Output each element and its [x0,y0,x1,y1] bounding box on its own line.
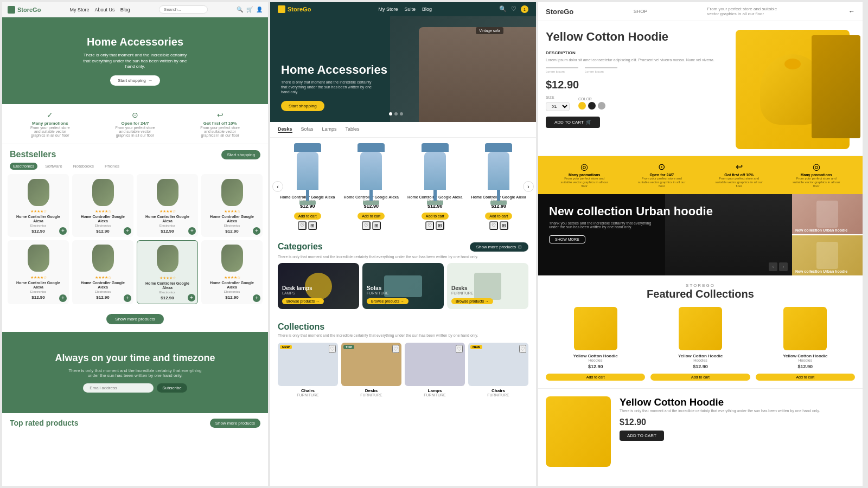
mid-header: StoreGo My Store Suite Blog 🔍 ♡ 1 [270,2,536,16]
add-to-cart-button[interactable]: + [59,294,67,302]
browse-button[interactable]: Browse products → [282,298,324,304]
hero-dots [389,112,403,115]
product-image [216,177,248,207]
right-header: StoreGo SHOP From your perfect store and… [538,2,863,21]
urban-show-more-button[interactable]: SHOW MORE [549,235,585,243]
top-rated-show-more[interactable]: Show more products [210,419,260,428]
wishlist-btn[interactable]: ♡ [362,221,371,230]
show-more-categories-button[interactable]: Show more products ⊞ [470,242,528,252]
color-swatch-yellow[interactable] [578,102,586,110]
carousel-prev-button[interactable]: ‹ [272,181,283,192]
list-item: Home Controller Google Alexa Electronics… [469,143,529,230]
bottom-product-detail: Yellow Cotton Hoodie There is only that … [538,388,863,474]
add-to-cart-button[interactable]: + [253,227,260,235]
top-badge: TOP [343,345,354,349]
hero-title: Home Accessories [81,36,189,48]
tab-desks[interactable]: Desks [278,126,292,133]
bottom-add-to-cart-button[interactable]: ADD TO CART [620,431,664,441]
color-label: COLOR [578,97,605,101]
product-name: Home Controller Google Alexa [205,281,259,290]
add-to-cart-button[interactable]: + [188,294,195,301]
product-name: Home Controller Google Alexa [141,281,194,291]
add-to-cart-button[interactable]: + [59,227,67,235]
tab-sofas[interactable]: Sofas [301,126,314,133]
wishlist-btn[interactable]: ♡ [489,221,498,230]
add-to-cart-button[interactable]: + [124,227,131,235]
bottom-hoodie-image [546,396,611,467]
tab-notebooks[interactable]: Notebooks [70,163,97,170]
featured-add-button[interactable]: Add to cart [756,374,855,381]
subscribe-button[interactable]: Subscribe [157,383,187,393]
back-icon[interactable]: ← [848,8,855,15]
add-to-cart-large-button[interactable]: ADD TO CART 🛒 [546,117,600,128]
product-stars: ★★★★☆ [75,209,130,214]
featured-add-button[interactable]: Add to cart [546,374,645,381]
show-more-button[interactable]: Show more products [106,314,163,324]
mid-hero-button[interactable]: Start shopping [281,101,324,111]
left-logo: StoreGo [8,6,41,14]
mid-search-icon[interactable]: 🔍 [499,5,507,13]
wishlist-btn[interactable]: ♡ [425,221,434,230]
wishlist-button[interactable]: ♡ [392,345,399,353]
nav-about[interactable]: About Us [95,7,115,12]
collection-category: FURNITURE [468,393,528,397]
promo-item-3: ↩ Got first off 10% From your perfect st… [714,162,763,189]
urban-title: New collection Urban hoodie [549,205,781,218]
carousel-next-button[interactable]: › [523,181,534,192]
featured-add-button[interactable]: Add to cart [650,374,750,381]
compare-btn[interactable]: ⊞ [436,221,444,230]
compare-btn[interactable]: ⊞ [308,221,317,230]
product-category: Electronics [141,291,194,294]
collection-category: FURNITURE [278,393,338,397]
tab-tables[interactable]: Tables [346,126,360,133]
size-select[interactable]: XL [546,102,570,111]
left-search-input[interactable] [159,5,208,14]
left-panel: StoreGo My Store About Us Blog 🔍 🛒 👤 Hom… [2,2,268,486]
promo-title-4: Many promotions [792,173,841,177]
mid-wishlist-icon[interactable]: ♡ [511,5,516,13]
wishlist-button[interactable]: ♡ [519,345,526,353]
browse-button[interactable]: Browse products → [367,298,409,304]
compare-btn[interactable]: ⊞ [372,221,381,230]
add-to-cart-button[interactable]: + [253,294,260,302]
nav-mystore[interactable]: My Store [70,7,90,12]
size-color-row: SIZE XL COLOR [546,95,736,111]
add-to-cart-button[interactable]: Add to cart [422,213,449,220]
add-to-cart-button[interactable]: + [124,294,131,302]
nav-blog[interactable]: Blog [120,7,130,12]
add-to-cart-button[interactable]: + [188,227,196,235]
cart-icon[interactable]: 🛒 [246,7,253,12]
user-icon[interactable]: 👤 [256,7,263,12]
color-swatch-gray[interactable] [598,102,605,110]
email-input[interactable] [83,383,154,393]
promo-item-2: ⊙ Open for 24/7 From your perfect store … [637,162,686,189]
tab-software[interactable]: Software [42,163,66,170]
wishlist-button[interactable]: ♡ [329,345,336,353]
add-to-cart-button[interactable]: Add to cart [485,213,512,220]
mid-nav-blog[interactable]: Blog [422,7,432,12]
list-item: Desk lamps LAMPS Browse products → [278,263,359,309]
mid-nav-suite[interactable]: Suite [404,7,416,12]
add-to-cart-button[interactable]: Add to cart [358,213,385,220]
search-icon[interactable]: 🔍 [237,7,243,12]
nav-shop[interactable]: SHOP [634,9,648,14]
featured-title: Featured Collections [546,288,855,300]
tab-electronics[interactable]: Electronics [10,163,37,170]
cart-badge[interactable]: 1 [521,5,528,13]
collection-name: Chairs [278,388,338,393]
color-swatch-black[interactable] [588,102,596,110]
bottom-product-info: Yellow Cotton Hoodie There is only that … [620,396,820,467]
tab-lamps[interactable]: Lamps [322,126,337,133]
tab-phones[interactable]: Phones [101,163,123,170]
bestsellers-shop-button[interactable]: Start shopping [221,150,260,159]
hero-shop-button[interactable]: Start shopping → [110,75,160,86]
collection-name: Chairs [468,388,528,393]
browse-button[interactable]: Browse products → [451,298,493,304]
featured-product-price: $12.90 [756,364,855,369]
featured-product-price: $12.90 [546,364,645,369]
wishlist-button[interactable]: ♡ [456,345,463,353]
add-to-cart-button[interactable]: Add to cart [294,213,321,220]
mid-nav-mystore[interactable]: My Store [378,7,398,12]
compare-btn[interactable]: ⊞ [500,221,508,230]
wishlist-btn[interactable]: ♡ [298,221,307,230]
